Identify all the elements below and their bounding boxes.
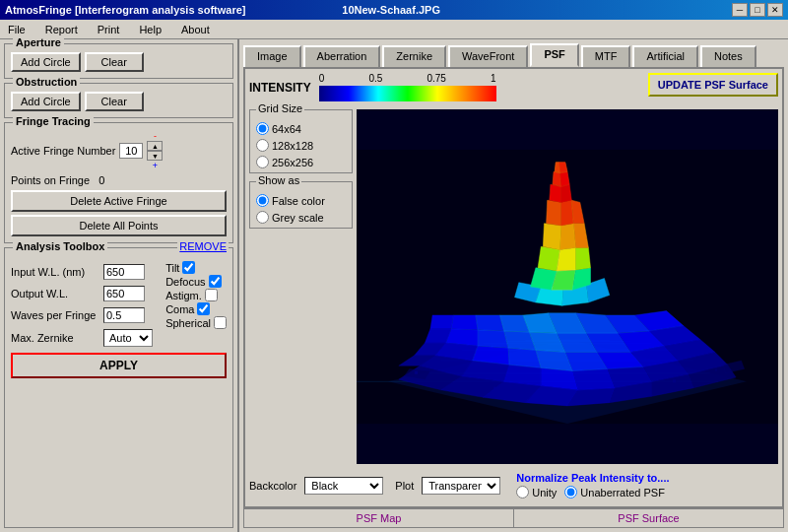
svg-marker-65 (560, 224, 576, 250)
psf-map-tab[interactable]: PSF Map (243, 508, 513, 528)
plot-label: Plot (395, 480, 414, 492)
aperture-add-circle-button[interactable]: Add Circle (11, 52, 81, 72)
obstruction-title: Obstruction (13, 76, 80, 88)
svg-marker-64 (543, 224, 560, 250)
analysis-toolbox-group: Analysis Toolbox REMOVE Input W.L. (nm) … (4, 247, 233, 528)
defocus-checkbox[interactable] (209, 275, 222, 288)
fringe-minus-icon: - (147, 131, 163, 141)
update-psf-surface-button[interactable]: UPDATE PSF Surface (648, 73, 778, 97)
tilt-checkbox[interactable] (182, 261, 195, 274)
grid-256x256-radio[interactable] (256, 156, 269, 168)
input-wl-label: Input W.L. (nm) (11, 266, 99, 278)
tab-notes[interactable]: Notes (700, 45, 756, 67)
menu-print[interactable]: Print (94, 23, 124, 36)
grid-size-title: Grid Size (256, 102, 304, 114)
svg-marker-63 (576, 247, 591, 269)
show-false-color-label: False color (272, 195, 325, 207)
delete-active-fringe-button[interactable]: Delete Active Fringe (11, 190, 227, 212)
svg-rect-81 (715, 368, 717, 370)
maximize-button[interactable]: □ (750, 3, 765, 17)
coma-label: Coma (165, 303, 194, 315)
fringe-tracing-group: Fringe Tracing Active Fringe Number 10 -… (4, 122, 233, 243)
svg-marker-37 (446, 329, 478, 346)
show-as-group: Show as False color Grey scale (249, 181, 353, 229)
svg-marker-23 (572, 368, 615, 389)
input-wl-field[interactable] (103, 264, 145, 280)
spherical-label: Spherical (165, 317, 211, 329)
obstruction-clear-button[interactable]: Clear (85, 92, 144, 111)
window-controls: ─ □ ✕ (732, 3, 783, 17)
max-zernike-select[interactable]: Auto (103, 329, 153, 347)
tab-image[interactable]: Image (243, 45, 301, 67)
bottom-controls: Backcolor Black Plot Transparent Normali… (249, 468, 778, 502)
app-title: AtmosFringe [Interferogram analysis soft… (5, 4, 440, 16)
fringe-down-button[interactable]: ▼ (147, 151, 163, 161)
svg-marker-46 (451, 315, 478, 330)
astigm-checkbox[interactable] (205, 289, 218, 301)
svg-marker-47 (476, 315, 504, 331)
close-button[interactable]: ✕ (767, 3, 783, 17)
svg-marker-62 (557, 247, 575, 271)
normalize-section: Normalize Peak Intensity to.... Unity Un… (516, 472, 669, 499)
waves-per-fringe-label: Waves per Fringe (11, 309, 99, 321)
checkbox-column: Tilt Defocus Astigm. Coma (165, 260, 227, 347)
svg-marker-71 (561, 184, 572, 202)
grid-64x64-label: 64x64 (272, 123, 301, 135)
backcolor-select[interactable]: Black (304, 477, 383, 495)
menu-file[interactable]: File (4, 23, 30, 36)
spherical-checkbox[interactable] (214, 316, 227, 329)
tab-psf[interactable]: PSF (530, 43, 578, 67)
menu-help[interactable]: Help (135, 23, 165, 36)
normalize-unaberrated-radio[interactable] (564, 486, 577, 499)
grid-128x128-label: 128x128 (272, 140, 313, 152)
output-wl-field[interactable] (103, 286, 145, 301)
right-panel: Image Aberration Zernike WaveFront PSF M… (239, 39, 788, 532)
tab-zernike[interactable]: Zernike (382, 45, 446, 67)
tab-artificial[interactable]: Artificial (632, 45, 698, 67)
remove-link[interactable]: REMOVE (177, 240, 229, 252)
show-false-color-radio[interactable] (256, 194, 269, 207)
svg-marker-61 (538, 246, 559, 271)
menu-about[interactable]: About (177, 23, 214, 36)
svg-rect-80 (673, 379, 676, 382)
content-area: INTENSITY 0 0.5 0.75 1 UPDATE PSF Surfac… (243, 67, 784, 508)
normalize-options: Unity Unaberrated PSF (516, 486, 669, 499)
normalize-unity-radio[interactable] (516, 486, 529, 499)
psf-surface-tab[interactable]: PSF Surface (513, 508, 784, 528)
svg-rect-78 (415, 371, 418, 374)
astigm-label: Astigm. (165, 290, 202, 301)
plot-select[interactable]: Transparent (422, 477, 500, 495)
tab-bar: Image Aberration Zernike WaveFront PSF M… (239, 39, 788, 67)
minimize-button[interactable]: ─ (732, 3, 748, 17)
waves-per-fringe-field[interactable] (103, 307, 145, 323)
defocus-label: Defocus (165, 276, 205, 288)
intensity-bar-container: 0 0.5 0.75 1 (319, 73, 496, 101)
tab-mtf[interactable]: MTF (581, 45, 631, 67)
tab-wavefront[interactable]: WaveFront (448, 45, 528, 67)
normalize-unity-label: Unity (532, 487, 557, 499)
normalize-title: Normalize Peak Intensity to.... (516, 472, 669, 484)
output-wl-label: Output W.L. (11, 288, 99, 299)
aperture-clear-button[interactable]: Clear (85, 52, 144, 72)
bottom-tabs: PSF Map PSF Surface (243, 508, 784, 528)
main-container: Aperture Add Circle Clear Obstruction Ad… (0, 39, 788, 532)
menu-report[interactable]: Report (41, 23, 82, 36)
psf-visualization (357, 109, 778, 464)
grid-64x64-radio[interactable] (256, 122, 269, 135)
fringe-up-button[interactable]: ▲ (147, 141, 163, 151)
show-grey-scale-radio[interactable] (256, 211, 269, 224)
grid-128x128-radio[interactable] (256, 139, 269, 152)
backcolor-label: Backcolor (249, 480, 296, 492)
psf-3d-chart (357, 109, 778, 464)
normalize-unaberrated-label: Unaberrated PSF (580, 487, 665, 499)
menu-bar: File Report Print Help About (0, 20, 788, 39)
delete-all-points-button[interactable]: Delete All Points (11, 215, 227, 236)
apply-button[interactable]: APPLY (11, 353, 227, 378)
grid-256x256-label: 256x256 (272, 157, 313, 168)
obstruction-add-circle-button[interactable]: Add Circle (11, 92, 81, 111)
points-value: 0 (98, 174, 104, 186)
left-controls: Grid Size 64x64 128x128 256x256 (249, 109, 353, 464)
viz-row: Grid Size 64x64 128x128 256x256 (249, 109, 778, 464)
coma-checkbox[interactable] (197, 302, 210, 315)
tab-aberration[interactable]: Aberration (303, 45, 381, 67)
